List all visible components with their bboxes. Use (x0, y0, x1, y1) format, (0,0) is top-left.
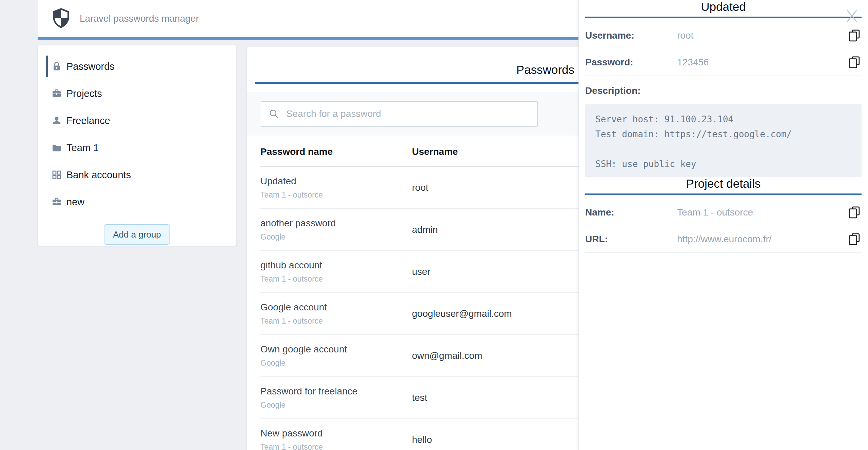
password-project: Team 1 - outsorce (260, 443, 412, 450)
user-icon (51, 115, 62, 126)
copy-icon (847, 232, 861, 247)
password-project: Team 1 - outsorce (260, 316, 412, 326)
password-row-detail: Password: 123456 (585, 49, 862, 76)
password-row[interactable]: another password Google admin (260, 209, 583, 251)
column-username: Username (412, 146, 583, 157)
table-body: Updated Team 1 - outsorce root another p… (260, 167, 583, 450)
sidebar-item[interactable]: Bank accounts (38, 161, 236, 188)
copy-password-button[interactable] (847, 55, 862, 70)
password-project: Google (260, 232, 412, 242)
username-row: Username: root (585, 22, 862, 49)
close-icon (844, 8, 859, 23)
sidebar-item[interactable]: new (38, 188, 236, 216)
description-text: Server host: 91.100.23.104 Test domain: … (585, 104, 862, 177)
password-row[interactable]: Password for freelance Google test (260, 377, 583, 419)
folder-icon (51, 142, 62, 153)
copy-username-button[interactable] (847, 28, 862, 43)
column-password-name: Password name (260, 146, 412, 157)
app-root: Laravel passwords manager Passwords Proj… (0, 0, 868, 450)
detail-title: Updated (585, 0, 862, 14)
password-row[interactable]: github account Team 1 - outsorce user (260, 251, 583, 293)
password-username: googleuser@gmail.com (412, 308, 583, 319)
sidebar-item-label: Bank accounts (66, 169, 131, 181)
password-row[interactable]: Google account Team 1 - outsorce googleu… (260, 293, 583, 335)
panel-title: Passwords (516, 63, 574, 77)
sidebar-item-label: Team 1 (66, 142, 99, 154)
sidebar: Passwords Projects Freelance Team 1 (38, 45, 236, 246)
project-details-title: Project details (585, 177, 862, 190)
password-name: New password (260, 428, 412, 439)
username-label: Username: (585, 30, 677, 41)
sidebar-item[interactable]: Team 1 (38, 134, 236, 161)
panel-header: Passwords (247, 47, 583, 82)
project-name-label: Name: (585, 207, 677, 218)
search-icon (269, 108, 279, 119)
panel-title-underline (255, 82, 583, 84)
password-username: user (412, 266, 583, 277)
password-name: github account (260, 260, 412, 271)
sidebar-item-label: Passwords (66, 61, 115, 72)
password-row[interactable]: Own google account Google own@gmail.com (260, 335, 583, 377)
detail-panel: Updated Username: root Password: 123456 (578, 0, 868, 450)
table-header: Password name Username (260, 136, 583, 167)
password-name: another password (260, 218, 412, 229)
password-name: Updated (260, 176, 412, 187)
copy-project-url-button[interactable] (847, 232, 862, 247)
search-section (247, 92, 583, 136)
password-name: Google account (260, 302, 412, 313)
password-username: admin (412, 224, 583, 235)
sidebar-item[interactable]: Projects (38, 80, 236, 107)
password-project: Team 1 - outsorce (260, 274, 412, 284)
project-name-row: Name: Team 1 - outsorce (585, 199, 862, 226)
copy-icon (847, 55, 861, 70)
lock-icon (51, 61, 62, 72)
add-group-button[interactable]: Add a group (104, 224, 170, 245)
password-username: hello (412, 434, 583, 445)
password-name: Own google account (260, 344, 412, 355)
password-value: 123456 (677, 57, 709, 68)
shield-logo-icon (51, 8, 71, 29)
grid-icon (51, 169, 62, 180)
passwords-table: Password name Username Updated Team 1 - … (247, 136, 583, 450)
password-label: Password: (585, 57, 677, 68)
passwords-panel: Passwords Password name Username (247, 47, 583, 450)
password-project: Team 1 - outsorce (260, 190, 412, 200)
copy-icon (847, 28, 861, 43)
project-url-value: http://www.eurocom.fr/ (677, 234, 772, 245)
sidebar-item-label: Freelance (66, 115, 110, 126)
password-project: Google (260, 401, 412, 410)
close-button[interactable] (844, 8, 859, 23)
sidebar-item-label: new (66, 197, 84, 208)
app-title: Laravel passwords manager (80, 13, 199, 24)
sidebar-nav: Passwords Projects Freelance Team 1 (38, 53, 236, 216)
password-row[interactable]: New password Team 1 - outsorce hello (260, 419, 583, 450)
detail-title-underline (585, 17, 862, 18)
project-details-underline (585, 193, 862, 195)
password-username: root (412, 182, 583, 193)
password-username: own@gmail.com (412, 350, 583, 361)
briefcase-icon (51, 197, 62, 207)
password-project: Google (260, 359, 412, 368)
briefcase-icon (51, 88, 62, 99)
password-username: test (412, 392, 583, 403)
project-name-value: Team 1 - outsorce (677, 207, 753, 218)
copy-icon (847, 205, 861, 220)
sidebar-item-label: Projects (66, 88, 102, 99)
sidebar-item[interactable]: Passwords (38, 53, 236, 80)
sidebar-item[interactable]: Freelance (38, 107, 236, 134)
username-value: root (677, 30, 693, 41)
search-input[interactable] (285, 108, 530, 120)
project-url-label: URL: (585, 234, 677, 245)
copy-project-name-button[interactable] (847, 205, 862, 220)
project-url-row: URL: http://www.eurocom.fr/ (585, 226, 862, 253)
description-label: Description: (585, 85, 862, 96)
password-name: Password for freelance (260, 386, 412, 397)
password-row[interactable]: Updated Team 1 - outsorce root (260, 167, 583, 209)
search-box (261, 101, 538, 127)
